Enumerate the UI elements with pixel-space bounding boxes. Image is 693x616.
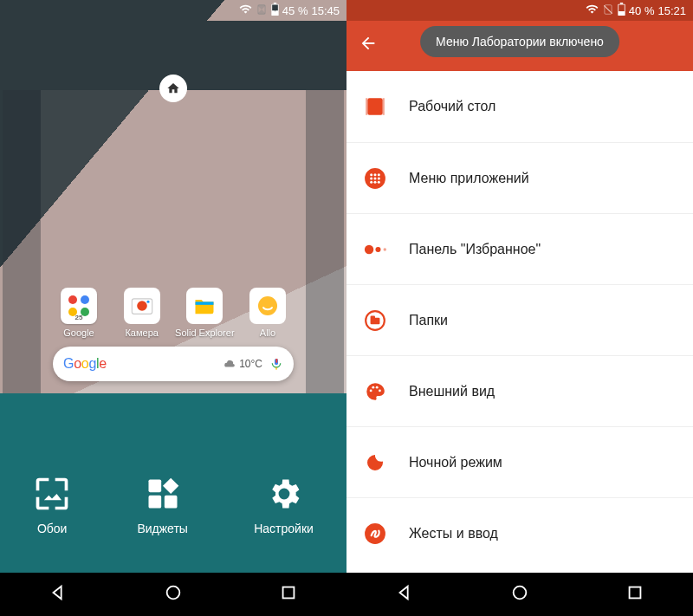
nav-recent[interactable] xyxy=(625,583,644,606)
option-label: Настройки xyxy=(254,522,314,535)
svg-point-47 xyxy=(372,386,374,388)
battery-text: 40 % xyxy=(629,4,655,17)
mic-icon[interactable] xyxy=(269,357,283,371)
google-search-widget[interactable]: Google 10°C xyxy=(53,347,294,381)
svg-point-20 xyxy=(167,587,180,600)
app-label: Allo xyxy=(260,327,275,338)
svg-point-38 xyxy=(373,180,376,183)
svg-rect-52 xyxy=(630,587,641,599)
svg-rect-16 xyxy=(275,359,277,363)
weather-chip[interactable]: 10°C xyxy=(223,358,262,370)
app-solid-explorer[interactable]: Solid Explorer xyxy=(178,288,230,338)
svg-point-39 xyxy=(378,180,380,183)
svg-point-10 xyxy=(137,301,147,311)
page-preview-strip: 25 Google Камера Solid Explorer xyxy=(0,90,346,393)
arrow-back-icon xyxy=(359,34,378,53)
svg-point-5 xyxy=(81,295,89,304)
widgets-button[interactable]: Виджеты xyxy=(137,475,188,535)
svg-text:25: 25 xyxy=(75,314,83,321)
nav-home[interactable] xyxy=(510,583,529,606)
svg-point-33 xyxy=(378,173,380,176)
nav-back[interactable] xyxy=(395,583,414,606)
svg-point-46 xyxy=(370,389,372,392)
svg-rect-28 xyxy=(366,98,367,115)
svg-rect-2 xyxy=(274,3,276,4)
status-bar: 40 % 15:21 xyxy=(346,0,693,21)
page-preview-right[interactable] xyxy=(306,90,344,393)
app-camera[interactable]: Камера xyxy=(116,288,168,338)
home-apps-row: 25 Google Камера Solid Explorer xyxy=(53,288,294,338)
row-label: Рабочий стол xyxy=(409,99,495,114)
svg-point-11 xyxy=(146,301,149,303)
dock-icon xyxy=(364,238,386,261)
settings-row-night-mode[interactable]: Ночной режим xyxy=(346,426,693,497)
default-page-indicator[interactable] xyxy=(159,75,187,102)
svg-rect-21 xyxy=(283,587,295,599)
solid-explorer-icon xyxy=(186,288,223,324)
svg-rect-26 xyxy=(619,5,625,12)
settings-row-gestures[interactable]: Жесты и ввод xyxy=(346,497,693,568)
row-label: Меню приложений xyxy=(409,171,529,186)
settings-row-dock[interactable]: Панель "Избранное" xyxy=(346,213,693,284)
app-label: Solid Explorer xyxy=(175,327,234,338)
nav-recent[interactable] xyxy=(279,583,298,606)
folder-icon xyxy=(364,309,386,332)
row-label: Панель "Избранное" xyxy=(409,242,541,257)
svg-point-40 xyxy=(365,244,373,253)
option-label: Обои xyxy=(37,522,68,535)
nav-bar xyxy=(346,573,693,616)
nav-bar xyxy=(0,573,346,616)
app-google-folder[interactable]: 25 Google xyxy=(53,288,105,338)
svg-rect-27 xyxy=(367,98,382,115)
svg-line-23 xyxy=(604,5,612,13)
settings-row-app-drawer[interactable]: Меню приложений xyxy=(346,142,693,213)
row-label: Папки xyxy=(409,313,448,328)
svg-rect-17 xyxy=(148,479,161,492)
camera-icon xyxy=(124,288,160,324)
app-allo[interactable]: Allo xyxy=(242,288,294,338)
svg-rect-12 xyxy=(196,302,214,305)
phone-left-home-editor: 45 % 15:45 25 Google Камера xyxy=(0,0,346,616)
weather-temp: 10°C xyxy=(239,358,262,370)
google-logo: Google xyxy=(63,356,107,372)
svg-point-37 xyxy=(370,180,372,183)
settings-row-desktop[interactable]: Рабочий стол xyxy=(346,71,693,142)
svg-point-49 xyxy=(379,389,381,392)
palette-icon xyxy=(364,380,386,403)
clock-text: 15:21 xyxy=(657,4,686,17)
app-label: Google xyxy=(63,327,94,338)
battery-icon xyxy=(618,3,625,18)
nav-back[interactable] xyxy=(49,583,68,606)
svg-point-4 xyxy=(68,295,77,304)
svg-point-32 xyxy=(373,173,376,176)
battery-icon xyxy=(271,3,279,18)
page-preview-left[interactable] xyxy=(3,90,41,393)
no-sim-icon xyxy=(256,3,268,18)
svg-point-48 xyxy=(376,386,379,388)
svg-point-41 xyxy=(375,246,380,251)
page-preview-current[interactable]: 25 Google Камера Solid Explorer xyxy=(41,90,306,393)
row-label: Внешний вид xyxy=(409,384,495,399)
settings-list: Рабочий стол Меню приложений Панель "Изб… xyxy=(346,71,693,573)
svg-point-42 xyxy=(384,248,386,250)
cloud-icon xyxy=(223,358,236,370)
home-icon xyxy=(166,81,180,95)
nav-home[interactable] xyxy=(164,583,183,606)
settings-row-look-feel[interactable]: Внешний вид xyxy=(346,355,693,426)
desktop-icon xyxy=(364,95,386,118)
gear-icon xyxy=(265,475,303,513)
toast-labs-enabled: Меню Лаборатории включено xyxy=(420,26,619,57)
svg-rect-19 xyxy=(165,495,178,508)
wallpaper-button[interactable]: Обои xyxy=(33,475,71,535)
svg-rect-18 xyxy=(148,495,161,508)
moon-icon xyxy=(364,451,386,474)
settings-row-folders[interactable]: Папки xyxy=(346,284,693,355)
settings-button[interactable]: Настройки xyxy=(254,475,314,535)
svg-point-34 xyxy=(370,177,372,179)
svg-point-51 xyxy=(514,587,527,600)
apps-grid-icon xyxy=(364,167,386,190)
svg-rect-29 xyxy=(383,98,385,115)
app-label: Камера xyxy=(125,327,158,338)
clock-text: 15:45 xyxy=(311,4,340,17)
back-button[interactable] xyxy=(359,34,378,58)
